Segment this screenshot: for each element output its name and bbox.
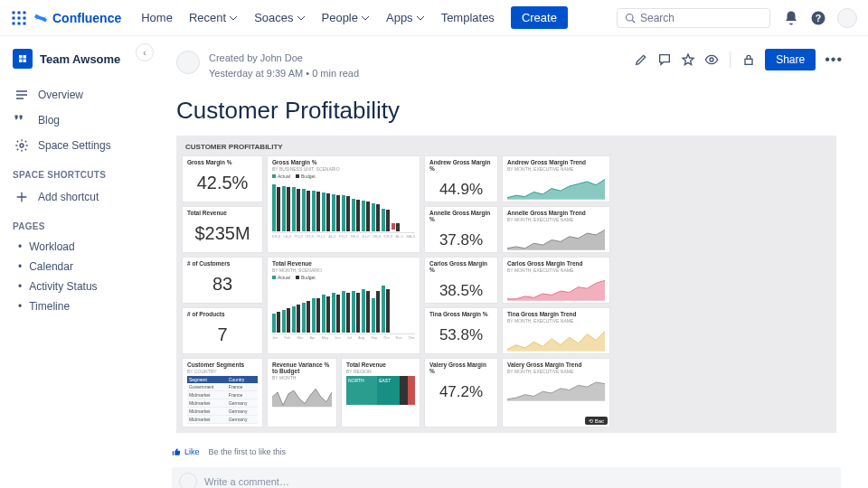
dash-card: Tina Gross Margin TrendBY MONTH, EXECUTI… — [502, 307, 610, 354]
dash-card: Gross Margin %42.5% — [182, 155, 263, 202]
add-shortcut[interactable]: Add shortcut — [13, 185, 137, 209]
sidebar-page-item[interactable]: Timeline — [13, 296, 137, 316]
space-header[interactable]: Team Awsome — [13, 49, 137, 69]
svg-rect-14 — [745, 59, 752, 64]
dash-card: Annelie Gross Margin TrendBY MONTH, EXEC… — [502, 206, 610, 253]
page-content: Share ••• Created by John Doe Yesterday … — [145, 36, 868, 488]
sidebar-page-item[interactable]: Workload — [13, 237, 137, 257]
dash-card: Carlos Gross Margin %38.5% — [424, 257, 498, 304]
comment-icon[interactable] — [657, 52, 672, 67]
sidebar-overview[interactable]: Overview — [13, 83, 137, 107]
watch-icon[interactable] — [704, 52, 719, 67]
dash-card: Total Revenue$235M — [182, 206, 263, 253]
star-icon[interactable] — [681, 52, 695, 67]
help-icon[interactable]: ? — [810, 10, 826, 26]
nav-apps[interactable]: Apps — [379, 7, 432, 28]
more-actions-icon[interactable]: ••• — [825, 52, 843, 68]
dash-card: Gross Margin %BY BUSINESS UNIT, SCENARIO… — [267, 155, 420, 253]
nav-templates[interactable]: Templates — [434, 7, 502, 28]
gear-icon — [14, 138, 29, 153]
chevron-down-icon — [416, 14, 425, 23]
page-title: Customer Profitability — [176, 97, 836, 125]
svg-rect-2 — [24, 11, 26, 14]
svg-rect-8 — [24, 22, 26, 24]
sidebar: ‹ Team Awsome Overview ❜❜Blog Space Sett… — [0, 36, 145, 488]
comment-placeholder: Write a comment… — [204, 476, 289, 487]
svg-rect-1 — [18, 11, 21, 14]
dash-card: Customer SegmentsBY COUNTRYSegmentCountr… — [182, 358, 263, 427]
blog-icon: ❜❜ — [14, 113, 29, 127]
dash-card: Annelie Gross Margin %37.8% — [424, 206, 498, 253]
dash-card: Andrew Gross Margin TrendBY MONTH, EXECU… — [502, 155, 610, 202]
dash-title: CUSTOMER PROFITABILITY — [182, 141, 831, 155]
sidebar-page-item[interactable]: Activity Status — [13, 277, 137, 296]
dash-card: Andrew Gross Margin %44.9% — [424, 155, 498, 202]
space-icon — [13, 49, 33, 69]
sidebar-blog[interactable]: ❜❜Blog — [13, 108, 137, 132]
svg-rect-5 — [24, 16, 26, 19]
separator — [730, 52, 731, 68]
dash-card: Revenue Variance % to BudgetBY MONTH — [267, 358, 337, 427]
dash-card: Valery Gross Margin TrendBY MONTH, EXECU… — [502, 358, 610, 427]
pages-heading: PAGES — [13, 221, 137, 231]
author-avatar[interactable] — [176, 51, 200, 74]
share-button[interactable]: Share — [765, 49, 816, 70]
svg-point-9 — [627, 14, 634, 21]
svg-point-12 — [20, 144, 24, 147]
svg-rect-3 — [13, 16, 15, 19]
created-by: Created by John Doe — [209, 51, 359, 66]
app-switcher-icon[interactable] — [11, 10, 27, 26]
nav-people[interactable]: People — [315, 7, 377, 28]
nav-links: Home Recent Soaces People Apps Templates — [134, 7, 502, 28]
confluence-logo[interactable]: Confluence — [33, 10, 121, 26]
nav-home[interactable]: Home — [134, 7, 180, 28]
chevron-down-icon — [229, 14, 238, 23]
overview-icon — [14, 88, 29, 102]
sidebar-settings[interactable]: Space Settings — [13, 134, 137, 157]
svg-text:?: ? — [816, 12, 821, 23]
app-name: Confluence — [52, 11, 121, 25]
page-actions: Share ••• — [634, 49, 843, 70]
svg-rect-6 — [13, 22, 15, 24]
search-icon — [625, 13, 636, 23]
confluence-icon — [33, 10, 49, 26]
like-icon[interactable] — [172, 447, 181, 456]
sidebar-page-item[interactable]: Calendar — [13, 257, 137, 277]
restrict-icon[interactable] — [741, 52, 756, 67]
dash-card: Total RevenueBY REGIONNORTHEAST — [341, 358, 420, 427]
dash-card: Valery Gross Margin %47.2% — [424, 358, 498, 427]
shortcuts-heading: SPACE SHORTCUTS — [13, 170, 137, 180]
page-meta: Yesterday at 9:39 AM • 0 min read — [209, 66, 359, 81]
edit-icon[interactable] — [634, 52, 648, 67]
plus-icon — [14, 190, 29, 204]
dash-card: Tina Gross Margin %53.8% — [424, 307, 498, 354]
profile-avatar[interactable] — [837, 8, 857, 28]
first-like: Be the first to like this — [209, 447, 287, 456]
nav-recent[interactable]: Recent — [182, 7, 245, 28]
dash-card: Carlos Gross Margin TrendBY MONTH, EXECU… — [502, 257, 610, 304]
svg-rect-4 — [18, 16, 21, 19]
svg-rect-0 — [13, 11, 15, 14]
like-row: Like Be the first to like this — [145, 447, 868, 456]
svg-point-13 — [710, 58, 713, 61]
svg-rect-7 — [18, 22, 21, 24]
dash-card: # of Customers83 — [182, 257, 263, 304]
comment-input[interactable]: Write a comment… — [172, 467, 841, 488]
nav-spaces[interactable]: Soaces — [247, 7, 312, 28]
chevron-down-icon — [297, 14, 306, 23]
chevron-down-icon — [361, 14, 370, 23]
dashboard-embed: CUSTOMER PROFITABILITY Gross Margin %42.… — [176, 136, 836, 433]
notifications-icon[interactable] — [783, 10, 799, 26]
dash-card: # of Products7 — [182, 307, 263, 354]
search-placeholder: Search — [640, 12, 675, 24]
comment-avatar — [179, 473, 197, 488]
search-input[interactable]: Search — [617, 8, 770, 28]
create-button[interactable]: Create — [511, 6, 568, 29]
top-navigation: Confluence Home Recent Soaces People App… — [0, 0, 868, 36]
dash-card: Total RevenueBY MONTH, SCENARIOActualBud… — [267, 257, 420, 354]
space-name: Team Awsome — [40, 52, 120, 66]
like-label[interactable]: Like — [184, 447, 200, 456]
